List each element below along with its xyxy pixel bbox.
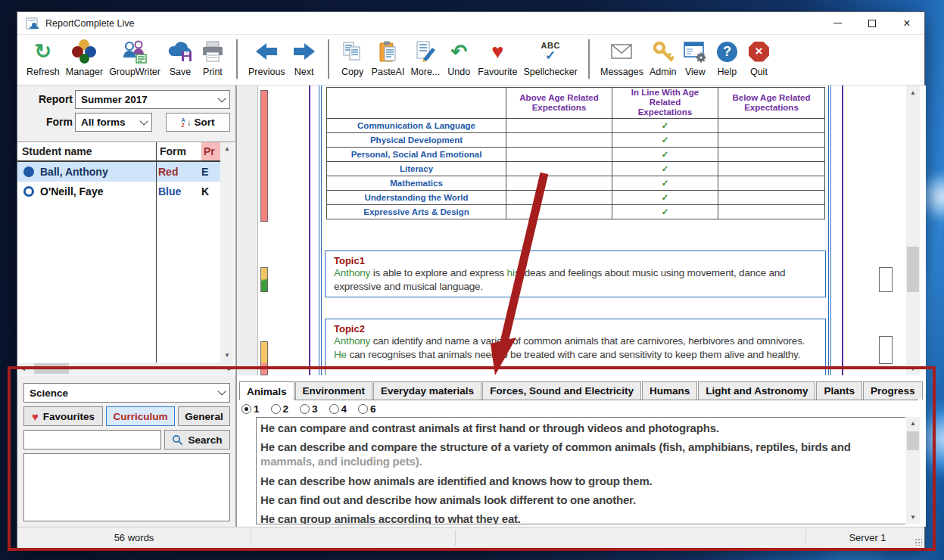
page-border-purple-left (309, 86, 310, 375)
assessment-cell[interactable] (718, 204, 825, 219)
hscrollbar-thumb[interactable] (34, 363, 69, 374)
admin-button[interactable]: Admin (646, 37, 679, 77)
tick-cell[interactable]: ✓ (612, 161, 718, 176)
statement-item[interactable]: He can compare and contrast animals at f… (260, 421, 898, 435)
level-radio-4[interactable]: 4 (329, 403, 347, 415)
column-form[interactable]: Form (160, 145, 186, 157)
tab-forces-sound-electricity[interactable]: Forces, Sound and Electricity (482, 381, 641, 400)
student-row-oneill-faye[interactable]: O'Neill, Faye Blue K (17, 182, 220, 201)
statement-list-scrollbar[interactable]: ▲ ▼ (906, 417, 920, 524)
assessment-cell[interactable] (718, 161, 825, 176)
groupwriter-button[interactable]: GroupWriter (106, 37, 164, 77)
radio-icon (358, 404, 368, 414)
quit-button[interactable]: × Quit (743, 37, 774, 77)
document-scrollbar[interactable]: ▲ ▼ (906, 86, 920, 375)
student-row-ball-anthony[interactable]: Ball, Anthony Red E (17, 162, 220, 182)
print-button[interactable]: Print (197, 37, 229, 77)
resize-grip[interactable] (914, 538, 922, 546)
general-button[interactable]: General (178, 406, 230, 426)
student-list-hscrollbar[interactable]: ◀ ▶ (19, 362, 234, 375)
scroll-down-icon[interactable]: ▼ (220, 353, 234, 359)
close-button[interactable]: × (889, 12, 924, 34)
level-radio-6[interactable]: 6 (358, 403, 376, 415)
scroll-down-icon[interactable]: ▼ (906, 515, 920, 521)
tick-cell[interactable]: ✓ (612, 132, 718, 147)
column-student-name[interactable]: Student name (22, 145, 92, 157)
form-select[interactable]: All forms (75, 113, 152, 132)
column-progress[interactable]: Pr (201, 142, 220, 160)
tab-humans[interactable]: Humans (642, 381, 697, 400)
assessment-cell[interactable] (718, 190, 825, 204)
favourite-button[interactable]: ♥ Favourite (475, 37, 520, 77)
assessment-cell[interactable] (718, 132, 825, 147)
maximize-button[interactable] (855, 12, 889, 34)
refresh-icon: ↻ (35, 42, 52, 62)
statement-item[interactable]: He can group animals according to what t… (260, 512, 898, 524)
report-select[interactable]: Summer 2017 (75, 90, 230, 109)
level-radio-1[interactable]: 1 (241, 403, 260, 415)
statement-item[interactable]: He can describe how animals are identifi… (260, 474, 898, 488)
assessment-cell[interactable] (718, 176, 825, 190)
scroll-right-icon[interactable]: ▶ (228, 366, 232, 372)
student-list-scrollbar[interactable]: ▲ ▼ (220, 142, 234, 362)
spellchecker-button[interactable]: ABC✓ Spellchecker (520, 37, 581, 77)
favourites-listbox[interactable] (23, 453, 230, 521)
assessment-cell[interactable] (506, 204, 612, 219)
tab-plants[interactable]: Plants (816, 381, 862, 400)
assessment-cell[interactable] (506, 176, 612, 190)
scroll-up-icon[interactable]: ▲ (220, 146, 234, 152)
manager-button[interactable]: Manager (63, 37, 106, 77)
tick-cell[interactable]: ✓ (612, 176, 718, 190)
assessment-cell[interactable] (506, 118, 612, 132)
scroll-up-icon[interactable]: ▲ (906, 90, 920, 96)
help-button[interactable]: ? Help (711, 37, 743, 77)
report-select-value: Summer 2017 (81, 94, 148, 105)
tab-everyday-materials[interactable]: Everyday materials (373, 381, 481, 400)
scrollbar-thumb[interactable] (907, 431, 919, 450)
table-row: Communication & Language ✓ (327, 118, 825, 132)
search-input[interactable] (23, 430, 161, 450)
curriculum-button[interactable]: Curriculum (106, 406, 175, 426)
save-button[interactable]: Save (164, 37, 197, 77)
statement-item[interactable]: He can find out and describe how animals… (260, 493, 898, 507)
previous-button[interactable]: Previous (245, 37, 288, 77)
refresh-button[interactable]: ↻ Refresh (23, 37, 63, 77)
more-button[interactable]: More... (407, 37, 443, 77)
paste-button[interactable]: PasteAI (369, 37, 408, 77)
assessment-cell[interactable] (506, 190, 612, 204)
favourites-button[interactable]: ♥ Favourites (23, 406, 103, 426)
view-button[interactable]: View (679, 37, 711, 77)
topic2-margin-handle[interactable] (879, 336, 893, 364)
scroll-left-icon[interactable]: ◀ (20, 366, 25, 372)
subject-select[interactable]: Science (23, 383, 230, 403)
scroll-up-icon[interactable]: ▲ (906, 421, 920, 427)
messages-button[interactable]: Messages (597, 37, 646, 77)
scrollbar-thumb[interactable] (907, 247, 919, 292)
search-button[interactable]: Search (164, 430, 230, 450)
tab-progress[interactable]: Progress (863, 381, 923, 400)
tick-cell[interactable]: ✓ (612, 204, 718, 219)
minimize-button[interactable] (820, 12, 855, 34)
statement-item[interactable]: He can describe and compare the structur… (260, 440, 898, 468)
assessment-cell[interactable] (718, 147, 825, 161)
undo-button[interactable]: ↶ Undo (443, 37, 475, 77)
scroll-down-icon[interactable]: ▼ (906, 366, 920, 372)
level-radio-3[interactable]: 3 (300, 403, 318, 415)
level-radio-2[interactable]: 2 (271, 403, 289, 415)
tab-animals[interactable]: Animals (239, 381, 294, 400)
topic1-textbox[interactable]: Topic1 Anthony is able to explore and ex… (325, 250, 826, 297)
topic2-textbox[interactable]: Topic2 Anthony can identify and name a v… (325, 319, 826, 375)
copy-button[interactable]: Copy (337, 37, 369, 77)
tab-light-astronomy[interactable]: Light and Astronomy (698, 381, 815, 400)
tick-cell[interactable]: ✓ (612, 147, 718, 161)
tab-environment[interactable]: Environment (295, 381, 373, 400)
assessment-cell[interactable] (506, 161, 612, 176)
assessment-cell[interactable] (718, 118, 825, 132)
sort-button[interactable]: AZ ↓ Sort (166, 113, 230, 132)
topic1-margin-handle[interactable] (879, 267, 893, 292)
tick-cell[interactable]: ✓ (612, 118, 718, 132)
next-button[interactable]: Next (288, 37, 320, 77)
assessment-cell[interactable] (506, 147, 612, 161)
assessment-cell[interactable] (506, 132, 612, 147)
tick-cell[interactable]: ✓ (612, 190, 718, 204)
